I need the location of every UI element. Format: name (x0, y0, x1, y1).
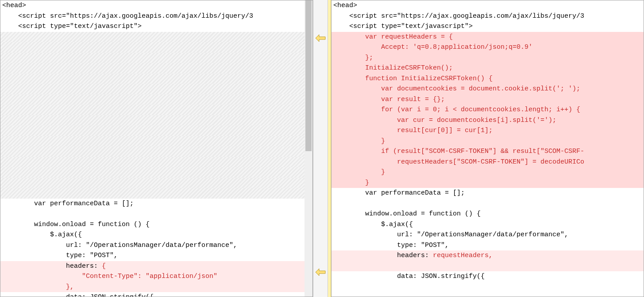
code-line[interactable]: <head> (0, 0, 312, 11)
code-line[interactable]: if (result["SCOM-CSRF-TOKEN"] && result[… (332, 146, 644, 157)
scroll-track[interactable] (305, 0, 312, 297)
code-line[interactable]: data: JSON.stringify({ (332, 271, 644, 282)
code-line[interactable]: var requestHeaders = { (332, 32, 644, 43)
code-line[interactable]: window.onload = function () { (0, 219, 312, 230)
code-line[interactable]: result[cur[0]] = cur[1]; (332, 125, 644, 136)
code-line[interactable]: InitializeCSRFToken(); (332, 63, 644, 74)
diff-gutter (313, 0, 328, 297)
code-line[interactable] (332, 199, 644, 209)
code-line[interactable] (0, 63, 312, 74)
code-line[interactable] (0, 105, 312, 115)
code-line[interactable]: requestHeaders["SCOM-CSRF-TOKEN"] = deco… (332, 157, 644, 168)
code-line[interactable] (0, 94, 312, 105)
code-line[interactable]: "Content-Type": "application/json" (0, 271, 312, 282)
right-code[interactable]: <head> <script src="https://ajax.googlea… (332, 0, 644, 282)
code-line[interactable]: }, (0, 282, 312, 293)
code-line[interactable]: function InitializeCSRFToken() { (332, 74, 644, 84)
code-line[interactable]: var documentcookies = document.cookie.sp… (332, 84, 644, 94)
code-line[interactable]: url: "/OperationsManager/data/performanc… (0, 240, 312, 251)
code-line[interactable] (332, 261, 644, 272)
code-line[interactable]: window.onload = function () { (332, 209, 644, 219)
code-line[interactable]: }; (332, 53, 644, 63)
code-line[interactable]: $.ajax({ (0, 230, 312, 240)
code-line[interactable]: headers: { (0, 261, 312, 272)
code-line[interactable] (0, 32, 312, 43)
code-line[interactable] (0, 125, 312, 136)
code-line[interactable] (0, 157, 312, 168)
code-line[interactable]: <script src="https://ajax.googleapis.com… (0, 11, 312, 22)
code-line[interactable] (0, 84, 312, 94)
code-line[interactable]: data: JSON.stringify({ (0, 292, 312, 297)
code-line[interactable]: var result = {}; (332, 94, 644, 105)
code-line[interactable]: <script type="text/javascript"> (332, 21, 644, 32)
code-line[interactable]: } (332, 136, 644, 147)
code-line[interactable] (0, 167, 312, 178)
code-line[interactable] (0, 188, 312, 199)
code-line[interactable] (0, 136, 312, 147)
code-line[interactable] (0, 178, 312, 188)
right-pane[interactable]: <head> <script src="https://ajax.googlea… (331, 0, 644, 297)
code-line[interactable]: <script src="https://ajax.googleapis.com… (332, 11, 644, 22)
yellow-change-strip (328, 0, 331, 297)
left-scrollbar[interactable] (305, 0, 312, 297)
left-code[interactable]: <head> <script src="https://ajax.googlea… (0, 0, 312, 297)
code-line[interactable]: headers: requestHeaders, (332, 250, 644, 261)
scroll-thumb[interactable] (305, 0, 312, 151)
code-line[interactable]: } (332, 178, 644, 188)
diff-viewer: <head> <script src="https://ajax.googlea… (0, 0, 644, 297)
code-line[interactable]: $.ajax({ (332, 219, 644, 230)
code-line[interactable]: url: "/OperationsManager/data/performanc… (332, 230, 644, 240)
code-line[interactable]: var cur = documentcookies[i].split('='); (332, 115, 644, 126)
code-line[interactable] (0, 53, 312, 63)
code-line[interactable]: type: "POST", (332, 240, 644, 251)
code-line[interactable] (0, 209, 312, 219)
merge-arrow-left-icon[interactable] (314, 34, 328, 43)
code-line[interactable]: Accept: 'q=0.8;application/json;q=0.9' (332, 42, 644, 53)
code-line[interactable] (0, 146, 312, 157)
merge-arrow-left-icon[interactable] (314, 268, 328, 277)
code-line[interactable]: } (332, 167, 644, 178)
left-pane[interactable]: <head> <script src="https://ajax.googlea… (0, 0, 313, 297)
code-line[interactable]: var performanceData = []; (0, 199, 312, 209)
code-line[interactable]: for (var i = 0; i < documentcookies.leng… (332, 105, 644, 115)
code-line[interactable]: <head> (332, 0, 644, 11)
code-line[interactable]: <script type="text/javascript"> (0, 21, 312, 32)
code-line[interactable]: var performanceData = []; (332, 188, 644, 199)
code-line[interactable] (0, 74, 312, 84)
code-line[interactable] (0, 42, 312, 53)
code-line[interactable]: type: "POST", (0, 250, 312, 261)
code-line[interactable] (0, 115, 312, 126)
